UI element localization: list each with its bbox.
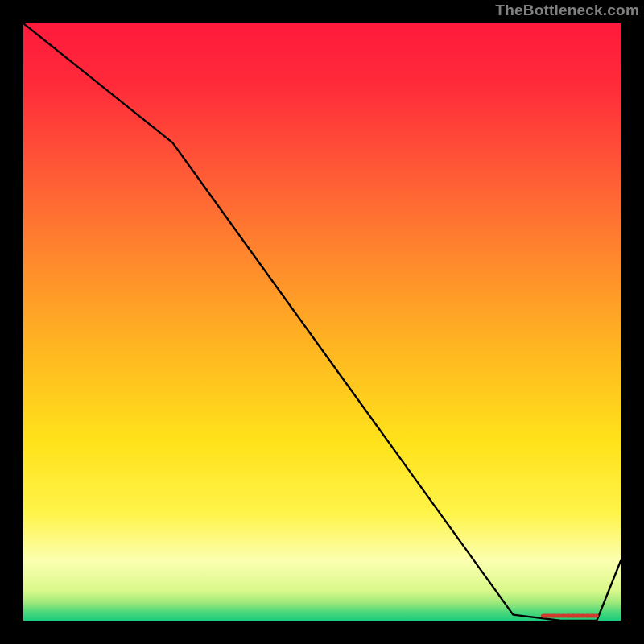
marker-segment <box>23 23 621 621</box>
chart-frame: TheBottleneck.com <box>0 0 644 644</box>
plot-area <box>23 23 621 621</box>
attribution-text: TheBottleneck.com <box>495 2 639 19</box>
